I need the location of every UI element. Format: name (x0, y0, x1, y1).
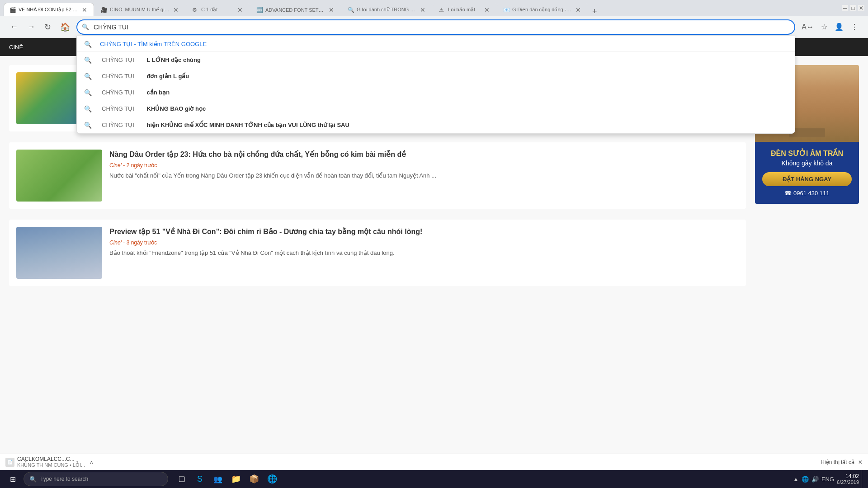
tab-3-title: C 1 đặt (201, 7, 234, 13)
window-controls: ─ □ ✕ (842, 5, 864, 11)
bookmark-button[interactable]: ☆ (818, 20, 830, 34)
start-button[interactable]: ⊞ (4, 470, 22, 488)
file-bar-close-icon[interactable]: ✕ (858, 459, 863, 465)
tray-arrow-icon[interactable]: ▲ (793, 476, 799, 483)
sys-tray-icons: ▲ 🌐 🔊 ENG (793, 476, 834, 483)
taskbar-system-tray: ▲ 🌐 🔊 ENG 14:02 6/27/2019 (793, 470, 864, 488)
taskbar-search-bar[interactable]: 🔍 Type here to search (24, 472, 168, 486)
taskbar-explorer[interactable]: 📁 (228, 471, 244, 487)
nav-bar: ← → ↻ 🏠 🔍 CHỲNG TUI 🔍 CHỲNG TỤI - TÌM ki… (0, 16, 868, 38)
autocomplete-item-4-bold: hiện KHỦNG thế XỐC MINH DANH TỚNH của bạ… (147, 122, 349, 128)
tab-2-title: CINÓ. MUUN M U thế giới PHI... (110, 7, 170, 13)
autocomplete-item-3[interactable]: 🔍 CHỲNG TỤI KHỦNG BAO giờ học (77, 101, 795, 117)
autocomplete-item-2-prefix: CHỲNG TỤI (102, 89, 134, 96)
autocomplete-item-1-bold: đơn giản L gấu (147, 73, 189, 80)
article-card-1[interactable]: Nàng Dâu Order tập 23: Hứa cho bà nội ch… (9, 142, 746, 209)
minimize-button[interactable]: ─ (842, 5, 848, 11)
address-bar[interactable]: 🔍 CHỲNG TUI (76, 19, 795, 35)
autocomplete-header-text: CHỲNG TỤI - TÌM kiếm TRÊN GOOGLE (100, 41, 207, 47)
tab-6[interactable]: ⚠ Lỗi bảo mật ✕ (433, 3, 496, 16)
tab-5-close[interactable]: ✕ (419, 5, 426, 14)
chrome-frame: 🎬 VỀ NHÀ ĐI CON tập 52: Tiếu TAM... ✕ 🎥 … (0, 0, 868, 488)
back-button[interactable]: ← (7, 19, 21, 34)
taskbar-skype[interactable]: S (192, 471, 208, 487)
reload-button[interactable]: ↻ (42, 19, 54, 35)
nav-extras: A↔ ☆ 👤 ⋮ (799, 20, 861, 34)
site-logo: CINÊ (9, 44, 23, 51)
tab-2-favicon: 🎥 (101, 7, 107, 13)
file-bar-show-all[interactable]: Hiện thị tất cả ✕ (821, 459, 863, 465)
profile-button[interactable]: 👤 (832, 20, 846, 34)
tab-2-close[interactable]: ✕ (172, 5, 179, 14)
taskbar-search-text: Type here to search (40, 476, 88, 482)
autocomplete-item-0[interactable]: 🔍 CHỲNG TỤI L LỚNH đặc chúng (77, 52, 795, 68)
taskbar-clock[interactable]: 14:02 6/27/2019 (837, 473, 859, 485)
autocomplete-item-3-bold: KHỦNG BAO giờ học (147, 105, 206, 112)
autocomplete-dropdown: 🔍 CHỲNG TỤI - TÌM kiếm TRÊN GOOGLE 🔍 CHỲ… (76, 36, 795, 134)
maximize-button[interactable]: □ (850, 5, 856, 11)
ad-title: ĐÈN SƯỞI ÂM TRẦN (762, 149, 852, 158)
tab-3[interactable]: ⚙ C 1 đặt ✕ (186, 3, 250, 16)
tab-4[interactable]: 🔤 ADVANCED FONT SETTINGS - C... ✕ (250, 3, 341, 16)
article-thumb-2 (16, 227, 102, 279)
file-dismiss-icon[interactable]: ∧ (90, 459, 94, 465)
home-button[interactable]: 🏠 (57, 19, 73, 35)
tab-4-close[interactable]: ✕ (328, 5, 335, 14)
tab-1-title: VỀ NHÀ ĐI CON tập 52: Tiếu TAM... (19, 7, 78, 13)
volume-icon[interactable]: 🔊 (811, 476, 819, 483)
tab-7-title: G Diễn đàn cộng đồng - GMAIL Trợ C... (512, 7, 572, 13)
autocomplete-item-4[interactable]: 🔍 CHỲNG TỤI hiện KHỦNG thế XỐC MINH DANH… (77, 117, 795, 133)
autocomplete-item-0-bold: L LỚNH đặc chúng (147, 56, 201, 63)
tab-2[interactable]: 🎥 CINÓ. MUUN M U thế giới PHI... ✕ (95, 3, 185, 16)
article-snippet-1: Nước bài "chất nối" của Yến trong Nàng D… (109, 171, 739, 180)
article-source-name-2: Cine' (109, 239, 122, 246)
close-button[interactable]: ✕ (858, 5, 864, 11)
tab-7-close[interactable]: ✕ (575, 5, 582, 14)
article-info-2: Preview tập 51 "Về Nhà Đi Con": Đôi chim… (109, 227, 739, 258)
ad-order-button[interactable]: ĐẶT HÀNG NGAY (762, 172, 852, 186)
autocomplete-item-1[interactable]: 🔍 CHỲNG TỤI đơn giản L gấu (77, 68, 795, 84)
tab-6-favicon: ⚠ (439, 7, 445, 13)
autocomplete-item-0-prefix: CHỲNG TỤI (102, 56, 134, 63)
tab-1-close[interactable]: ✕ (81, 5, 88, 14)
autocomplete-item-3-prefix: CHỲNG TỤI (102, 105, 134, 112)
autocomplete-item-2[interactable]: 🔍 CHỲNG TỤI cần bạn (77, 84, 795, 101)
date-value: 6/27/2019 (837, 479, 859, 485)
article-thumb-1 (16, 150, 102, 202)
taskbar-store[interactable]: 📦 (246, 471, 262, 487)
file-icon: 📄 (5, 458, 14, 467)
taskbar: ⊞ 🔍 Type here to search ❑ S 👥 📁 📦 🌐 (0, 470, 868, 488)
autocomplete-item-2-icon: 🔍 (84, 89, 92, 96)
taskbar-chrome[interactable]: 🌐 (264, 471, 280, 487)
file-details: CACLKOMLALCC...C... KHỦNG TH NM CUNG • L… (17, 456, 85, 468)
ad-content: ĐÈN SƯỞI ÂM TRẦN Không gây khô da ĐẶT HÀ… (755, 142, 859, 204)
forward-button[interactable]: → (24, 19, 38, 34)
autocomplete-item-4-prefix: CHỲNG TỤI (102, 122, 134, 128)
autocomplete-item-1-icon: 🔍 (84, 73, 92, 80)
autocomplete-header[interactable]: 🔍 CHỲNG TỤI - TÌM kiếm TRÊN GOOGLE (77, 36, 795, 52)
network-icon[interactable]: 🌐 (802, 476, 809, 483)
windows-logo-icon: ⊞ (10, 475, 16, 483)
autocomplete-item-2-bold: cần bạn (147, 89, 170, 96)
tab-3-close[interactable]: ✕ (236, 5, 244, 14)
tab-bar: 🎬 VỀ NHÀ ĐI CON tập 52: Tiếu TAM... ✕ 🎥 … (4, 0, 836, 16)
taskbar-teams[interactable]: 👥 (210, 471, 226, 487)
menu-button[interactable]: ⋮ (848, 20, 861, 34)
filename: CACLKOMLALCC...C... (17, 456, 85, 462)
translate-button[interactable]: A↔ (799, 20, 816, 34)
article-card-2[interactable]: Preview tập 51 "Về Nhà Đi Con": Đôi chim… (9, 220, 746, 286)
show-desktop-button[interactable] (862, 470, 864, 488)
time-value: 14:02 (845, 473, 859, 479)
tab-5[interactable]: 🔍 G lỗi đánh chữ TRONG TÔM kiểm T... ✕ (342, 3, 432, 16)
tab-6-close[interactable]: ✕ (483, 5, 491, 14)
taskbar-task-view[interactable]: ❑ (174, 471, 190, 487)
article-title-2: Preview tập 51 "Về Nhà Đi Con": Đôi chim… (109, 227, 739, 237)
tab-1[interactable]: 🎬 VỀ NHÀ ĐI CON tập 52: Tiếu TAM... ✕ (4, 3, 94, 16)
tab-3-favicon: ⚙ (192, 7, 198, 13)
explorer-icon: 📁 (231, 474, 241, 484)
new-tab-button[interactable]: + (589, 7, 601, 16)
tab-4-favicon: 🔤 (256, 7, 263, 13)
tab-7[interactable]: 📧 G Diễn đàn cộng đồng - GMAIL Trợ C... … (497, 3, 588, 16)
tab-5-title: G lỗi đánh chữ TRONG TÔM kiểm T... (357, 7, 416, 13)
task-view-icon: ❑ (179, 475, 185, 483)
